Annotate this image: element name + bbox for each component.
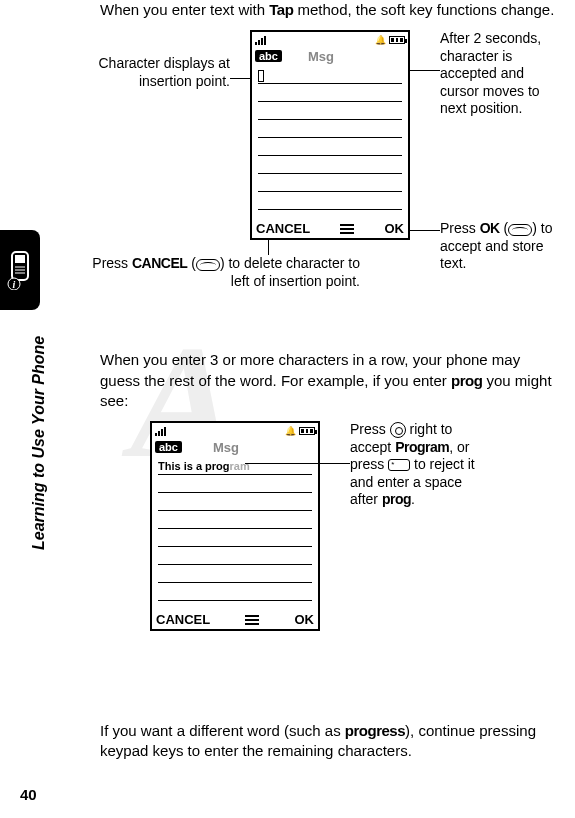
right-softkey-icon <box>508 224 532 236</box>
signal-icon <box>155 427 166 436</box>
battery-icon <box>389 36 405 44</box>
mode-row: abc Msg <box>152 439 318 455</box>
intro-paragraph: When you enter text with Tap method, the… <box>100 0 555 20</box>
status-bar: 🔔 <box>252 32 408 48</box>
ringer-icon: 🔔 <box>375 35 386 45</box>
nav-key-icon <box>390 422 406 438</box>
text-line <box>158 511 312 529</box>
side-tab-icon: i <box>0 230 40 310</box>
softkey-ok: OK <box>384 221 404 236</box>
softkey-cancel: CANCEL <box>156 612 210 627</box>
text-line <box>158 475 312 493</box>
text-mode-label: abc <box>255 50 282 62</box>
star-key-icon: * <box>388 459 410 471</box>
softkey-cancel: CANCEL <box>256 221 310 236</box>
status-bar: 🔔 <box>152 423 318 439</box>
leader-line <box>268 240 269 255</box>
menu-icon <box>245 615 259 625</box>
battery-icon <box>299 427 315 435</box>
text-area <box>252 64 408 210</box>
leader-line <box>245 463 350 464</box>
suggested-text: ram <box>230 460 250 472</box>
text-line <box>258 66 402 84</box>
page-number: 40 <box>20 786 37 803</box>
callout-after-2-seconds: After 2 seconds, character is accepted a… <box>440 30 560 118</box>
text-line <box>258 174 402 192</box>
text-line <box>158 547 312 565</box>
text-line <box>258 192 402 210</box>
left-softkey-icon <box>196 259 220 271</box>
signal-icon <box>255 36 266 45</box>
text-line <box>158 583 312 601</box>
text-line: This is a program <box>158 457 312 475</box>
softkey-row: CANCEL OK <box>252 221 408 236</box>
text-mode-label: abc <box>155 441 182 453</box>
text-line <box>258 84 402 102</box>
text-area: This is a program <box>152 455 318 601</box>
text-line <box>258 156 402 174</box>
text-line <box>158 493 312 511</box>
cursor <box>258 70 264 82</box>
phone-screen: 🔔 abc Msg <box>250 30 410 240</box>
diagram-tap-entry: Character displays at insertion point. A… <box>100 30 555 330</box>
phone-info-icon: i <box>6 250 34 290</box>
svg-rect-1 <box>15 255 25 263</box>
softkey-ok: OK <box>294 612 314 627</box>
svg-text:i: i <box>13 279 16 290</box>
callout-press-ok: Press OK () to accept and store text. <box>440 220 570 273</box>
text-line <box>258 138 402 156</box>
phone-screen: 🔔 abc Msg This is a program <box>150 421 320 631</box>
leader-line <box>410 230 440 231</box>
text-line <box>258 102 402 120</box>
section-label: Learning to Use Your Phone <box>30 336 48 550</box>
diagram-predictive: 🔔 abc Msg This is a program <box>100 421 555 701</box>
screen-title: Msg <box>308 49 334 64</box>
callout-press-cancel: Press CANCEL () to delete character to l… <box>90 255 360 290</box>
callout-insertion-point: Character displays at insertion point. <box>90 55 230 90</box>
screen-title: Msg <box>213 440 239 455</box>
predictive-paragraph: When you enter 3 or more characters in a… <box>100 350 555 411</box>
text-line <box>158 565 312 583</box>
callout-accept-reject: Press right to accept Program, or press … <box>350 421 490 509</box>
text-line <box>158 529 312 547</box>
softkey-row: CANCEL OK <box>152 612 318 627</box>
mode-row: abc Msg <box>252 48 408 64</box>
text-line <box>258 120 402 138</box>
closing-paragraph: If you want a different word (such as pr… <box>100 721 555 762</box>
menu-icon <box>340 224 354 234</box>
ringer-icon: 🔔 <box>285 426 296 436</box>
